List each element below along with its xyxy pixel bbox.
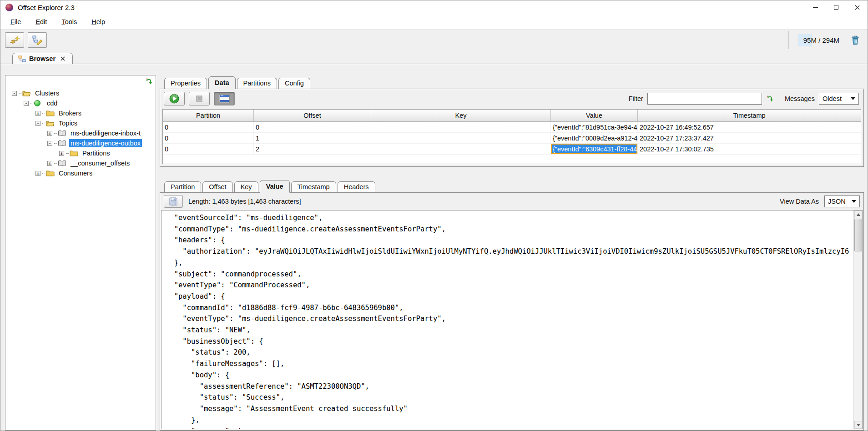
tab-properties[interactable]: Properties (164, 78, 207, 89)
scroll-up-icon (857, 213, 860, 216)
folder-open-icon (22, 90, 31, 97)
tab-headers[interactable]: Headers (338, 181, 375, 192)
cell-key[interactable] (371, 144, 551, 154)
stop-retrieval-button[interactable] (189, 92, 210, 105)
json-line: "eventType": "CommandProcessed", (166, 280, 853, 291)
tree-item-consumers[interactable]: + Consumers (5, 168, 156, 178)
vertical-scrollbar[interactable] (853, 210, 862, 429)
json-line: "status": "NEW", (166, 325, 853, 336)
cluster-tree-panel: - Clusters - cdd + Brokers - (5, 75, 156, 431)
cell-key[interactable] (371, 122, 551, 132)
toggle-detail-view-button[interactable] (214, 92, 235, 105)
browser-tab[interactable]: Browser (12, 53, 73, 64)
value-toolbar: Length: 1,463 bytes [1,463 characters] V… (160, 193, 863, 210)
tab-offset[interactable]: Offset (202, 181, 232, 192)
run-gc-button[interactable] (848, 33, 862, 47)
column-header-value[interactable]: Value (551, 110, 638, 121)
save-icon (169, 197, 178, 206)
tree-toggle[interactable]: + (47, 131, 52, 136)
tree-item-topic-outbox[interactable]: - ms-duediligence-outbox (5, 138, 156, 148)
message-order-dropdown[interactable]: Oldest (819, 93, 859, 105)
tree-item-consumer-offsets[interactable]: + __consumer_offsets (5, 158, 156, 168)
folder-icon (70, 150, 79, 157)
tree-toggle[interactable]: + (59, 151, 64, 156)
tab-partition[interactable]: Partition (164, 181, 201, 192)
table-row[interactable]: 0 0 {"eventId":"81d951ca-3e94-4e24-9... … (163, 122, 861, 133)
cell-timestamp[interactable]: 2022-10-27 16:49:52.657 (638, 122, 861, 132)
play-icon (169, 93, 180, 104)
column-header-timestamp[interactable]: Timestamp (638, 110, 861, 121)
tab-timestamp[interactable]: Timestamp (291, 181, 336, 192)
cell-offset[interactable]: 2 (254, 144, 371, 154)
column-header-partition[interactable]: Partition (163, 110, 254, 121)
tab-config[interactable]: Config (278, 78, 310, 89)
tree-toggle[interactable]: + (35, 111, 40, 116)
dropdown-arrow-icon (852, 200, 856, 203)
menu-help[interactable]: Help (85, 16, 111, 28)
browser-tree-icon (18, 55, 26, 62)
tree-item-cdd[interactable]: - cdd (5, 98, 156, 108)
tree-item-brokers[interactable]: + Brokers (5, 108, 156, 118)
cell-partition[interactable]: 0 (163, 144, 254, 154)
tree-toggle[interactable]: - (24, 101, 29, 106)
minimize-button[interactable] (805, 0, 826, 14)
trash-icon (851, 35, 859, 45)
tree-toggle[interactable]: - (47, 141, 52, 146)
tree-item-clusters[interactable]: - Clusters (5, 88, 156, 98)
tree-toggle[interactable]: + (47, 161, 52, 166)
minimize-icon (813, 7, 818, 8)
tab-data[interactable]: Data (208, 76, 235, 89)
tree-panel-header (5, 75, 156, 87)
cell-key[interactable] (371, 133, 551, 143)
tree-connector (30, 103, 33, 104)
cell-offset[interactable]: 0 (254, 122, 371, 132)
add-connection-button[interactable] (5, 32, 24, 48)
start-retrieval-button[interactable] (164, 92, 185, 105)
tab-key[interactable]: Key (234, 181, 258, 192)
tab-partitions[interactable]: Partitions (237, 78, 277, 89)
window-title: Offset Explorer 2.3 (18, 4, 75, 11)
cell-offset[interactable]: 1 (254, 133, 371, 143)
refresh-tree-icon[interactable] (145, 77, 153, 85)
folder-icon (46, 170, 55, 177)
cell-partition[interactable]: 0 (163, 122, 254, 132)
column-header-offset[interactable]: Offset (254, 110, 371, 121)
cell-partition[interactable]: 0 (163, 133, 254, 143)
scroll-up-button[interactable] (854, 210, 862, 218)
tree-item-topics[interactable]: - Topics (5, 118, 156, 128)
tab-value[interactable]: Value (260, 180, 290, 193)
tree-toggle[interactable]: - (35, 121, 40, 126)
table-row-selected[interactable]: 0 2 {"eventId":"6309c431-ff28-440b-a71..… (163, 144, 861, 155)
message-order-value: Oldest (823, 95, 842, 102)
tree-toggle[interactable]: + (35, 171, 40, 176)
maximize-button[interactable] (826, 0, 847, 14)
close-tab-icon[interactable] (61, 56, 65, 61)
close-button[interactable] (847, 0, 868, 14)
panel-splitter[interactable] (160, 167, 864, 179)
tree-item-partitions[interactable]: + Partitions (5, 148, 156, 158)
cell-value[interactable]: {"eventId":"0089d2ea-a912-4620-9... (551, 133, 638, 143)
json-line: "assessmentReference": "ASMT22300ON3QD", (166, 381, 853, 392)
cell-timestamp[interactable]: 2022-10-27 17:23:37.427 (638, 133, 861, 143)
cell-value-selected[interactable]: {"eventId":"6309c431-ff28-440b-a71... (551, 144, 638, 154)
scrollbar-thumb[interactable] (854, 219, 862, 251)
scroll-down-button[interactable] (854, 421, 862, 429)
menu-tools[interactable]: Tools (55, 16, 83, 28)
menu-file[interactable]: File (4, 16, 27, 28)
json-viewer[interactable]: "eventSourceId": "ms-duediligence", "com… (161, 210, 863, 429)
menu-edit[interactable]: Edit (29, 16, 53, 28)
refresh-messages-icon[interactable] (766, 95, 774, 103)
cell-value[interactable]: {"eventId":"81d951ca-3e94-4e24-9... (551, 122, 638, 132)
table-row[interactable]: 0 1 {"eventId":"0089d2ea-a912-4620-9... … (163, 133, 861, 144)
save-value-button[interactable] (164, 195, 183, 208)
tree-label: Clusters (34, 89, 61, 97)
view-format-dropdown[interactable]: JSON (824, 195, 860, 207)
edit-cluster-button[interactable] (28, 32, 47, 48)
tree-toggle[interactable]: - (12, 91, 17, 96)
cell-timestamp[interactable]: 2022-10-27 17:30:02.735 (638, 144, 861, 154)
tree-item-topic-inbox[interactable]: + ms-duediligence-inbox-t (5, 128, 156, 138)
column-header-key[interactable]: Key (371, 110, 551, 121)
tree-label-selected: ms-duediligence-outbox (69, 139, 142, 147)
json-line: "success": true (166, 426, 853, 429)
filter-input[interactable] (647, 93, 762, 105)
